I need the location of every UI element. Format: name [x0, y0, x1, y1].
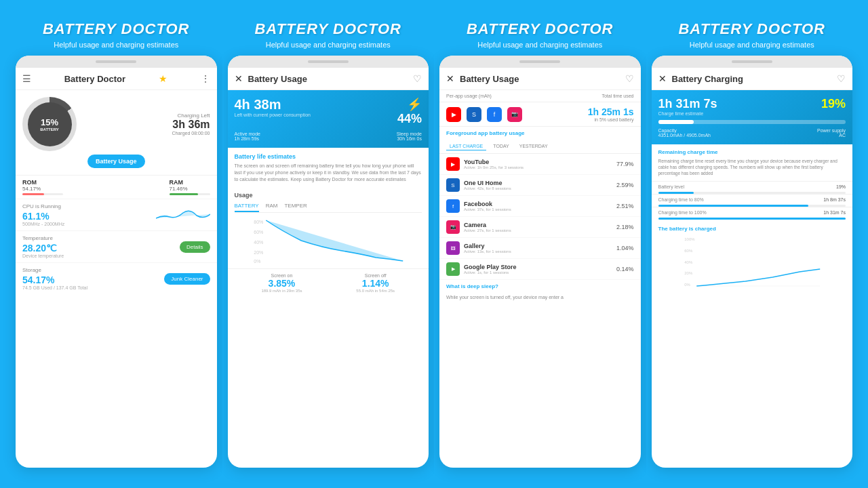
star-icon[interactable]: ★ — [159, 73, 167, 84]
charging-banner: 1h 31m 7s Charge time estimate 19% Capac… — [652, 90, 853, 144]
cpu-value: 61.1% — [22, 211, 64, 222]
panel-2-subtitle: Helpful usage and charging estimates — [266, 41, 391, 49]
phone-frame-1: ☰ Battery Doctor ★ ⋮ 15% BATTERY Chargin… — [16, 56, 217, 468]
charging-left-label: Charging Left — [89, 113, 210, 119]
panel-3-subtitle: Helpful usage and charging estimates — [477, 41, 602, 49]
more-icon[interactable]: ⋮ — [201, 73, 210, 84]
youtube-icon: ▶ — [446, 157, 460, 171]
mode-row: Active mode 1h 28m 59s Sleep mode 30h 16… — [235, 131, 422, 141]
remaining-text: Remaining charge time reset every time y… — [658, 158, 846, 176]
svg-text:20%: 20% — [254, 250, 263, 255]
tab-battery[interactable]: BATTERY — [235, 203, 259, 212]
tab-yesterday[interactable]: YESTERDAY — [516, 142, 551, 150]
app-gallery: 🖼 Gallery Active: 13s, for 1 sessions 1.… — [439, 238, 641, 259]
phone-notch-4 — [652, 56, 853, 68]
battery-circle: 15% BATTERY — [22, 97, 77, 151]
cpu-label: CPU is Running — [22, 203, 64, 209]
charging-info: Charging Left 3h 36m Charged 08:00:00 — [82, 113, 210, 136]
storage-value: 54.17% — [22, 274, 87, 285]
panel3-header: ✕ Battery Usage ♡ — [439, 68, 641, 90]
phone-frame-4: ✕ Battery Charging ♡ 1h 31m 7s Charge ti… — [652, 56, 853, 468]
svg-text:80%: 80% — [254, 220, 263, 224]
svg-text:60%: 60% — [684, 249, 693, 253]
estimates-title: Battery life estimates — [235, 153, 422, 160]
charging-percent: 19% — [821, 97, 846, 111]
tab-last-charge[interactable]: LAST CHARGE — [446, 142, 486, 150]
usage-title: Usage — [235, 192, 422, 199]
panel-1-subtitle: Helpful usage and charging estimates — [54, 41, 178, 49]
deep-sleep-text: While your screen is turned off, your de… — [439, 293, 641, 302]
details-button[interactable]: Details — [180, 241, 210, 253]
usage-time: 4h 38m — [235, 97, 311, 113]
svg-text:40%: 40% — [254, 240, 263, 245]
phone-notch-1 — [16, 56, 217, 68]
panel-3: BATTERY DOCTOR Helpful usage and chargin… — [434, 14, 646, 474]
heart-icon-2[interactable]: ♡ — [413, 73, 422, 84]
app-icons-row: ▶ S f 📷 1h 25m 1s in 5% used battery — [439, 102, 641, 127]
charge-progress-bar — [658, 120, 694, 124]
panel4-header: ✕ Battery Charging ♡ — [652, 68, 853, 90]
svg-text:0%: 0% — [684, 283, 690, 287]
rom-ram-stats: ROM 54.17% RAM 71.46% — [16, 175, 217, 199]
gallery-icon: 🖼 — [446, 241, 460, 255]
youtube-icon-sm: ▶ — [446, 107, 461, 122]
heart-icon-3[interactable]: ♡ — [625, 73, 634, 84]
cpu-sub: 500MHz - 2000MHz — [22, 222, 64, 226]
app-oneui: S One UI Home Active: 42s, for 8 session… — [439, 175, 641, 196]
camera-icon-sm: 📷 — [507, 107, 522, 122]
usage-section: Usage BATTERY RAM TEMPER 80% 60% 40% 20%… — [228, 188, 429, 268]
battery-usage-button[interactable]: Battery Usage — [87, 155, 145, 168]
tab-temper[interactable]: TEMPER — [284, 203, 307, 212]
app-title-1: Battery Doctor — [64, 74, 125, 84]
phone-frame-3: ✕ Battery Usage ♡ Per-app usage (mAh) To… — [439, 56, 641, 468]
panel-2-brand: BATTERY DOCTOR — [254, 20, 401, 38]
close-icon-2[interactable]: ✕ — [235, 73, 243, 84]
per-app-header: Per-app usage (mAh) Total time used — [439, 90, 641, 102]
main-container: BATTERY DOCTOR Helpful usage and chargin… — [0, 0, 868, 488]
charging-time-big: 1h 31m 7s — [658, 97, 717, 111]
panel4-title: Battery Charging — [672, 74, 832, 84]
phone-frame-2: ✕ Battery Usage ♡ 4h 38m Left with curre… — [228, 56, 429, 468]
close-icon-3[interactable]: ✕ — [446, 73, 454, 84]
notch-bar-1 — [96, 60, 136, 63]
charge-100-row: Charging time to 100% 1h 31m 7s — [652, 207, 853, 218]
battery-label: BATTERY — [40, 127, 59, 131]
foreground-title: Foreground app battery usage — [439, 127, 641, 140]
lightning-icon: ⚡ — [397, 97, 422, 112]
screen-on-stat: Screen on 3.85% 189.9 mAh in 29m 35s — [261, 273, 302, 293]
usage-banner: 4h 38m Left with current power consumpti… — [228, 90, 429, 148]
app-playstore: ▶ Google Play Store Active: 1s, for 1 se… — [439, 259, 641, 280]
app-youtube: ▶ YouTube Active: 1h 0m 25s, for 3 sessi… — [439, 154, 641, 175]
close-icon-4[interactable]: ✕ — [658, 73, 667, 84]
usage-sub: Left with current power consumption — [235, 113, 311, 117]
phone-notch-2 — [228, 56, 429, 68]
remaining-section: Remaining charge time Remaining charge t… — [652, 144, 853, 181]
temp-label: Temperature — [22, 235, 64, 241]
panel-3-brand: BATTERY DOCTOR — [467, 20, 614, 38]
estimates-section: Battery life estimates The screen on and… — [228, 148, 429, 188]
estimates-text: The screen on and screen off remaining b… — [235, 163, 422, 182]
oneui-icon-sm: S — [467, 107, 481, 122]
deep-sleep-title: What is deep sleep? — [439, 280, 641, 293]
battery-chart-svg: 80% 60% 40% 20% 0% — [235, 217, 422, 264]
temp-value: 28.20℃ — [22, 243, 64, 253]
temp-section: Temperature 28.20℃ Device temperature De… — [16, 230, 217, 262]
sleep-mode: Sleep mode 30h 16m 0s — [397, 131, 422, 141]
heart-icon-4[interactable]: ♡ — [837, 73, 846, 84]
junk-cleaner-button[interactable]: Junk Cleaner — [164, 273, 210, 285]
panel2-title: Battery Usage — [248, 74, 408, 84]
remaining-title: Remaining charge time — [658, 149, 846, 155]
battery-percent: 15% — [41, 117, 58, 127]
phone-notch-3 — [439, 56, 641, 68]
battery-section: 15% BATTERY Charging Left 3h 36m Charged… — [16, 90, 217, 175]
rom-label: ROM — [22, 179, 63, 186]
facebook-icon-sm: f — [487, 107, 502, 122]
menu-icon[interactable]: ☰ — [22, 73, 31, 84]
tab-ram[interactable]: RAM — [266, 203, 278, 212]
tab-today[interactable]: TODAY — [490, 142, 512, 150]
cpu-section: CPU is Running 61.1% 500MHz - 2000MHz — [16, 199, 217, 230]
cpu-chart — [156, 205, 210, 225]
active-mode: Active mode 1h 28m 59s — [235, 131, 261, 141]
storage-section: Storage 54.17% 74.5 GB Used / 137.4 GB T… — [16, 262, 217, 294]
charging-sub: Charge time estimate — [658, 111, 717, 116]
